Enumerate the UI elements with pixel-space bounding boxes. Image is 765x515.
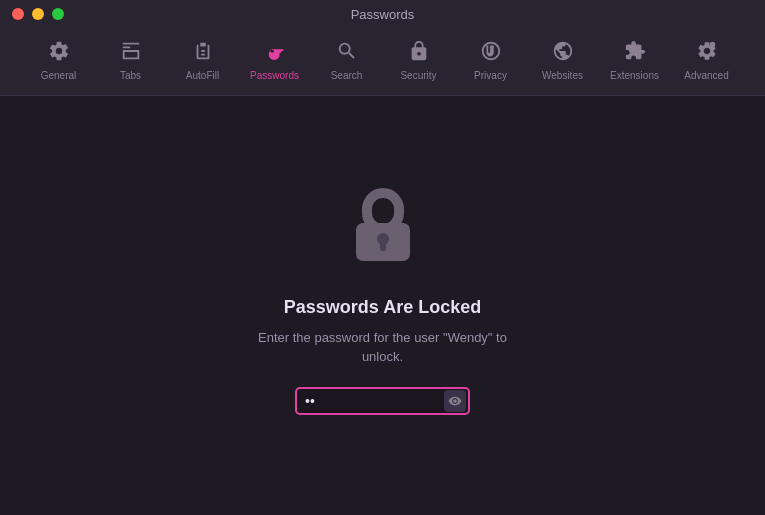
reveal-password-button[interactable] (444, 390, 466, 412)
locked-title: Passwords Are Locked (284, 297, 481, 318)
lock-illustration (338, 183, 428, 273)
key-icon (264, 40, 286, 66)
extensions-icon (624, 40, 646, 66)
toolbar-label-websites: Websites (542, 70, 583, 81)
lock-icon-container (338, 183, 428, 277)
toolbar-item-general[interactable]: General (23, 36, 95, 85)
toolbar-item-security[interactable]: Security (383, 36, 455, 85)
tabs-icon (120, 40, 142, 66)
toolbar-label-tabs: Tabs (120, 70, 141, 81)
toolbar-item-websites[interactable]: Websites (527, 36, 599, 85)
toolbar-item-autofill[interactable]: AutoFill (167, 36, 239, 85)
toolbar-item-privacy[interactable]: Privacy (455, 36, 527, 85)
globe-icon (552, 40, 574, 66)
eye-icon (448, 394, 462, 408)
toolbar-label-passwords: Passwords (250, 70, 299, 81)
main-content: Passwords Are Locked Enter the password … (0, 96, 765, 501)
toolbar-label-advanced: Advanced (684, 70, 728, 81)
advanced-icon (696, 40, 718, 66)
title-bar: Passwords (0, 0, 765, 28)
toolbar-label-search: Search (331, 70, 363, 81)
toolbar: General Tabs AutoFill Passwords (0, 28, 765, 96)
toolbar-item-search[interactable]: Search (311, 36, 383, 85)
security-icon (408, 40, 430, 66)
window-title: Passwords (351, 7, 415, 22)
svg-rect-4 (380, 241, 386, 251)
toolbar-label-extensions: Extensions (610, 70, 659, 81)
toolbar-label-autofill: AutoFill (186, 70, 219, 81)
toolbar-item-advanced[interactable]: Advanced (671, 36, 743, 85)
toolbar-item-extensions[interactable]: Extensions (599, 36, 671, 85)
toolbar-label-privacy: Privacy (474, 70, 507, 81)
toolbar-label-security: Security (400, 70, 436, 81)
svg-point-0 (709, 42, 715, 48)
traffic-lights (12, 8, 64, 20)
autofill-icon (192, 40, 214, 66)
gear-icon (48, 40, 70, 66)
locked-description: Enter the password for the user "Wendy" … (253, 328, 513, 367)
search-icon (336, 40, 358, 66)
toolbar-item-tabs[interactable]: Tabs (95, 36, 167, 85)
toolbar-label-general: General (41, 70, 77, 81)
hand-icon (480, 40, 502, 66)
close-button[interactable] (12, 8, 24, 20)
toolbar-item-passwords[interactable]: Passwords (239, 36, 311, 85)
maximize-button[interactable] (52, 8, 64, 20)
minimize-button[interactable] (32, 8, 44, 20)
password-field-container (295, 387, 470, 415)
